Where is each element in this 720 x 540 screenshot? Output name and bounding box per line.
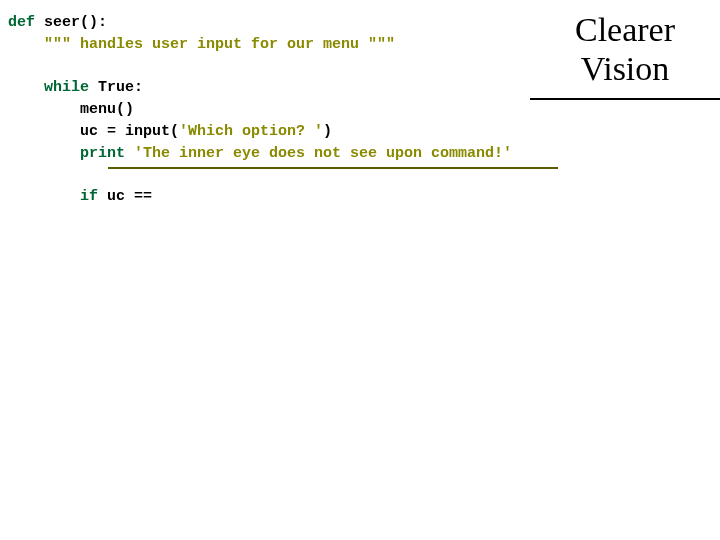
keyword-print: print bbox=[80, 145, 125, 162]
indent bbox=[8, 79, 44, 96]
string-literal: 'Which option? ' bbox=[179, 123, 323, 140]
code-text: uc == bbox=[98, 188, 152, 205]
code-text: seer(): bbox=[35, 14, 107, 31]
code-text: uc = input( bbox=[8, 123, 179, 140]
keyword-while: while bbox=[44, 79, 89, 96]
indent bbox=[8, 145, 80, 162]
title-line-2: Vision bbox=[530, 49, 720, 88]
code-text bbox=[125, 145, 134, 162]
keyword-def: def bbox=[8, 14, 35, 31]
code-block: def seer(): """ handles user input for o… bbox=[8, 12, 512, 208]
slide: Clearer Vision def seer(): """ handles u… bbox=[0, 0, 720, 540]
docstring: """ handles user input for our menu """ bbox=[8, 36, 395, 53]
code-text: ) bbox=[323, 123, 332, 140]
code-text: True: bbox=[89, 79, 143, 96]
indent bbox=[8, 188, 80, 205]
title-box: Clearer Vision bbox=[530, 4, 720, 100]
title-line-1: Clearer bbox=[530, 10, 720, 49]
keyword-if: if bbox=[80, 188, 98, 205]
string-literal: 'The inner eye does not see upon command… bbox=[134, 145, 512, 162]
code-text: menu() bbox=[8, 101, 134, 118]
